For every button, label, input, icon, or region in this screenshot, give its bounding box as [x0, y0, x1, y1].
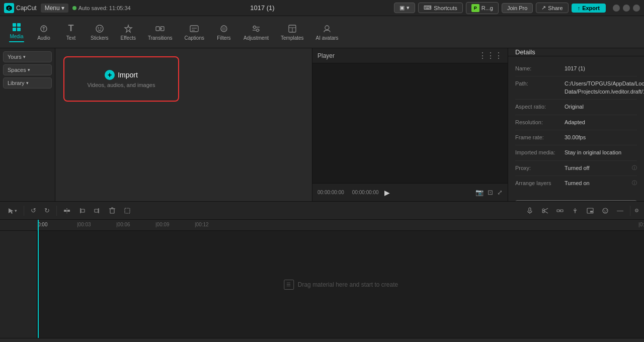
svg-rect-24 — [67, 210, 70, 212]
timeline-scrollbar[interactable] — [0, 338, 644, 342]
undo-button[interactable]: ↺ — [28, 205, 39, 216]
export-icon: ↑ — [578, 5, 581, 11]
detail-path: Path: C:/Users/TOPGUS/AppData/Local/CapC… — [515, 76, 637, 100]
stickers-icon — [95, 24, 105, 34]
tool-filters[interactable]: Filters — [211, 22, 236, 43]
connect-button[interactable] — [554, 206, 566, 216]
tool-stickers[interactable]: Stickers — [86, 22, 114, 43]
svg-rect-11 — [190, 26, 198, 32]
shortcuts-button[interactable]: ⌨ Shortcuts — [418, 3, 462, 13]
svg-rect-45 — [590, 211, 593, 213]
library-chevron-icon: ▾ — [26, 80, 29, 86]
spaces-label: Spaces — [8, 67, 26, 73]
join-pro-button[interactable]: Join Pro — [502, 3, 533, 13]
player-icons: 📷 ⊡ ⤢ — [475, 189, 503, 196]
effects-label: Effects — [121, 35, 136, 41]
library-button[interactable]: Library ▾ — [3, 77, 52, 89]
captions-icon — [189, 24, 199, 34]
audio-icon — [39, 24, 49, 34]
menu-button[interactable]: Menu ▾ — [41, 4, 68, 13]
tool-effects[interactable]: Effects — [116, 22, 141, 43]
media-icon — [12, 22, 22, 32]
svg-point-48 — [606, 210, 607, 211]
split-button[interactable] — [61, 206, 73, 216]
stickers-label: Stickers — [91, 35, 109, 41]
yours-button[interactable]: Yours ▾ — [3, 51, 52, 62]
autosave-dot — [72, 6, 76, 10]
spaces-button[interactable]: Spaces ▾ — [3, 64, 52, 75]
detail-framerate: Frame rate: 30.00fps — [515, 130, 637, 145]
autocut-button[interactable] — [539, 206, 551, 216]
close-button[interactable] — [633, 5, 640, 12]
ruler-tick-3: |00:03 — [77, 222, 91, 227]
templates-label: Templates — [281, 35, 304, 41]
trim-end-button[interactable] — [91, 206, 103, 216]
svg-point-7 — [98, 27, 99, 28]
shortcuts-label: Shortcuts — [434, 5, 457, 11]
transition-add-button[interactable] — [569, 206, 581, 216]
fullscreen-icon[interactable]: ⤢ — [497, 189, 503, 196]
import-zone[interactable]: + Import Videos, audios, and images — [63, 56, 179, 102]
detail-arrange-layers: Arrange layers Turned on ⓘ — [515, 176, 637, 191]
player-menu-icon[interactable]: ⋮⋮⋮ — [478, 51, 503, 60]
emoji-button[interactable] — [599, 206, 611, 216]
proxy-info-icon[interactable]: ⓘ — [632, 164, 637, 172]
select-tool-button[interactable]: ▾ — [5, 206, 20, 216]
main-area: Yours ▾ Spaces ▾ Library ▾ + Import Vide… — [0, 48, 644, 201]
minus-button[interactable]: — — [614, 205, 626, 216]
svg-rect-3 — [13, 28, 16, 31]
trim-start-button[interactable] — [76, 206, 88, 216]
pip-button[interactable] — [584, 206, 596, 216]
detail-name: Name: 1017 (1) — [515, 61, 637, 76]
tool-media[interactable]: Media — [4, 20, 29, 44]
import-plus-icon: + — [105, 70, 115, 80]
zoom-level: ⚙ — [634, 208, 639, 213]
tool-text[interactable]: T Text — [58, 22, 84, 43]
audio-label: Audio — [37, 35, 50, 41]
text-icon: T — [66, 24, 76, 34]
display-chevron-icon: ▾ — [407, 5, 410, 11]
export-label: Export — [582, 5, 600, 11]
autosave-text: Auto saved: 11:05:34 — [78, 5, 131, 11]
ai-avatars-icon — [322, 24, 332, 34]
tool-transitions[interactable]: Transitions — [143, 22, 178, 43]
tool-captions[interactable]: Captions — [180, 22, 209, 43]
delete-button[interactable] — [106, 206, 118, 216]
svg-line-38 — [544, 208, 548, 211]
tool-templates[interactable]: Templates — [276, 22, 309, 43]
microphone-button[interactable] — [524, 206, 536, 216]
export-button[interactable]: ↑ Export — [572, 4, 606, 13]
profile-label: R...g — [481, 5, 493, 11]
detail-imported-media: Imported media: Stay in original locatio… — [515, 145, 637, 160]
yours-label: Yours — [8, 54, 22, 60]
detail-name-value: 1017 (1) — [565, 65, 637, 72]
display-settings-button[interactable]: ▣ ▾ — [394, 3, 415, 13]
maximize-button[interactable] — [623, 5, 630, 12]
import-icon-wrap: + Import — [105, 70, 138, 80]
titlebar-actions: ▣ ▾ ⌨ Shortcuts P R...g Join Pro ↗ Share… — [394, 2, 640, 14]
ruler-tick-9: |00:09 — [155, 222, 170, 227]
timeline-right-controls: — ⚙ — [524, 205, 639, 216]
svg-rect-34 — [529, 208, 531, 211]
play-button[interactable]: ▶ — [383, 188, 392, 197]
effects-icon — [123, 24, 133, 34]
share-button[interactable]: ↗ Share — [536, 3, 568, 13]
crop-icon[interactable]: ⊡ — [488, 189, 493, 196]
tool-audio[interactable]: Audio — [31, 22, 56, 43]
ai-avatars-label: AI avatars — [316, 35, 339, 41]
profile-button[interactable]: P R...g — [466, 2, 499, 14]
ruler-tick-end: |0: — [638, 222, 644, 227]
autosave-indicator: Auto saved: 11:05:34 — [72, 5, 131, 11]
tracks-area: ☰ Drag material here and start to create — [38, 231, 644, 338]
svg-point-18 — [256, 29, 259, 31]
redo-button[interactable]: ↻ — [42, 205, 52, 216]
screenshot-icon[interactable]: 📷 — [475, 189, 484, 196]
minimize-button[interactable] — [613, 5, 620, 12]
tool-adjustment[interactable]: Adjustment — [238, 22, 274, 43]
svg-rect-40 — [557, 210, 559, 212]
deselect-button[interactable] — [121, 206, 133, 216]
tool-ai-avatars[interactable]: AI avatars — [311, 22, 344, 43]
logo-icon: C — [4, 3, 14, 13]
svg-text:C: C — [8, 7, 10, 10]
layers-info-icon[interactable]: ⓘ — [632, 180, 637, 187]
